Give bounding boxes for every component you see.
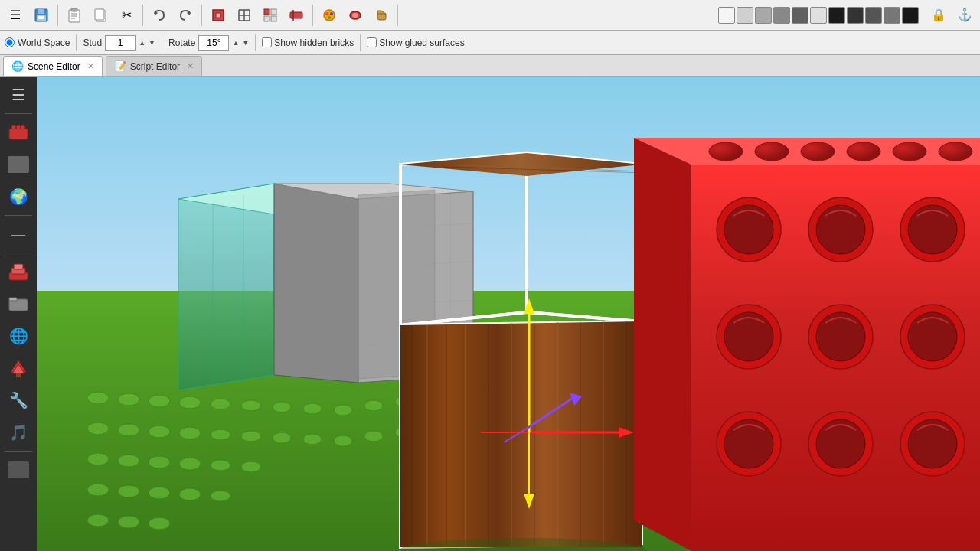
grid-button[interactable] [232, 3, 256, 28]
svg-rect-39 [14, 264, 23, 269]
swatch-d1[interactable] [847, 7, 864, 24]
cut-button[interactable]: ✂ [114, 3, 139, 28]
svg-point-115 [149, 487, 170, 499]
rotate-down-arrow[interactable]: ▼ [242, 39, 249, 47]
svg-point-47 [87, 392, 109, 404]
swatch-black[interactable] [828, 7, 845, 24]
svg-point-54 [303, 403, 322, 414]
svg-point-50 [179, 396, 201, 409]
svg-point-79 [179, 427, 201, 439]
svg-point-32 [352, 13, 358, 18]
bucket-button[interactable] [369, 3, 394, 28]
select-region-button[interactable] [206, 3, 230, 28]
copy-button[interactable] [88, 3, 113, 28]
anchor-button[interactable]: ⚓ [952, 3, 977, 28]
swatch-lgray2[interactable] [755, 7, 772, 24]
svg-point-82 [273, 432, 291, 443]
red-brick-right [634, 138, 980, 551]
sidebar-tree-button[interactable] [3, 353, 34, 383]
swatch-dgray1[interactable] [792, 7, 808, 24]
svg-rect-5 [71, 8, 77, 11]
svg-rect-1 [38, 9, 44, 14]
sidebar-sep3 [5, 253, 32, 253]
sep5 [397, 5, 398, 26]
sidebar-gray-button[interactable] [3, 149, 34, 180]
sidebar-tool-button[interactable]: 🔧 [3, 385, 34, 416]
rotate-label: Rotate [168, 37, 195, 48]
swatch-nearblack[interactable] [902, 7, 919, 24]
svg-point-78 [149, 425, 170, 438]
scene-editor-tab[interactable]: 🌐 Scene Editor ✕ [3, 56, 103, 76]
stud-up-arrow[interactable]: ▲ [139, 39, 145, 47]
svg-point-85 [364, 431, 383, 442]
script-editor-tab[interactable]: 📝 Script Editor ✕ [106, 56, 202, 76]
show-hidden-checkbox[interactable] [262, 37, 272, 47]
svg-point-208 [816, 312, 865, 361]
svg-point-192 [847, 142, 880, 161]
swatch-mgray[interactable] [773, 7, 790, 24]
view-toggle-button[interactable] [258, 3, 283, 28]
svg-point-83 [303, 434, 322, 445]
svg-point-28 [325, 12, 328, 15]
sidebar-brick-button[interactable] [3, 117, 34, 148]
stud-down-arrow[interactable]: ▼ [149, 39, 155, 47]
script-editor-tab-label: Script Editor [130, 61, 180, 72]
sidebar-music-button[interactable]: 🎵 [3, 417, 34, 448]
svg-point-211 [816, 419, 865, 468]
stud-input[interactable]: 1 [105, 35, 136, 51]
svg-point-206 [908, 205, 957, 254]
sidebar-folder-button[interactable] [3, 289, 34, 319]
sidebar-collapse-button[interactable]: — [3, 219, 34, 249]
clipboard-button[interactable] [62, 3, 87, 28]
move-tool-button[interactable] [284, 3, 309, 28]
svg-marker-143 [274, 184, 358, 383]
svg-point-205 [816, 205, 865, 254]
lock-anchor-group: 🔒 ⚓ [926, 3, 977, 28]
color-palette-row [718, 7, 919, 24]
redo-button[interactable] [173, 3, 198, 28]
rotate-up-arrow[interactable]: ▲ [232, 39, 239, 47]
sidebar-globe-button[interactable]: 🌐 [3, 321, 34, 351]
sidebar-world-button[interactable]: 🌍 [3, 181, 34, 212]
svg-point-100 [179, 458, 201, 470]
menu-toggle-button[interactable]: ☰ [3, 3, 28, 28]
sidebar-sep2 [5, 215, 32, 216]
sidebar-brickstack-button[interactable] [3, 256, 34, 287]
script-editor-tab-close[interactable]: ✕ [187, 61, 194, 71]
svg-point-51 [211, 399, 230, 409]
eraser-button[interactable] [343, 3, 368, 28]
save-button[interactable] [29, 3, 54, 28]
rotate-input[interactable] [198, 35, 229, 51]
swatch-lgray1[interactable] [737, 7, 753, 24]
secondary-toolbar: World Space Stud 1 ▲ ▼ Rotate ▲ ▼ Show h… [0, 31, 980, 55]
select-color-button[interactable] [317, 3, 341, 28]
t2sep3 [255, 34, 256, 51]
svg-rect-14 [216, 13, 220, 18]
world-space-radio[interactable] [5, 37, 15, 47]
svg-point-36 [21, 125, 25, 129]
svg-point-76 [87, 422, 109, 435]
svg-point-117 [211, 491, 230, 501]
svg-point-114 [118, 485, 139, 497]
lock-button[interactable]: 🔒 [926, 3, 951, 28]
sidebar-bottom-button[interactable] [3, 455, 34, 485]
scene-editor-tab-label: Scene Editor [28, 61, 80, 72]
svg-marker-160 [400, 321, 642, 547]
undo-button[interactable] [147, 3, 172, 28]
svg-point-30 [328, 16, 331, 19]
svg-rect-3 [38, 16, 44, 19]
sidebar-menu-button[interactable]: ☰ [3, 80, 34, 110]
swatch-d2[interactable] [865, 7, 882, 24]
svg-point-128 [149, 517, 170, 530]
scene-editor-tab-close[interactable]: ✕ [87, 61, 94, 71]
swatch-white[interactable] [718, 7, 735, 24]
sep4 [312, 5, 313, 26]
swatch-offwhite[interactable] [810, 7, 827, 24]
swatch-gray[interactable] [884, 7, 900, 24]
svg-point-210 [724, 419, 773, 468]
svg-point-56 [364, 400, 383, 411]
show-glued-checkbox[interactable] [367, 37, 377, 47]
svg-point-99 [149, 456, 170, 468]
main-toolbar: ☰ ✂ [0, 0, 980, 31]
3d-viewport[interactable] [37, 77, 980, 551]
